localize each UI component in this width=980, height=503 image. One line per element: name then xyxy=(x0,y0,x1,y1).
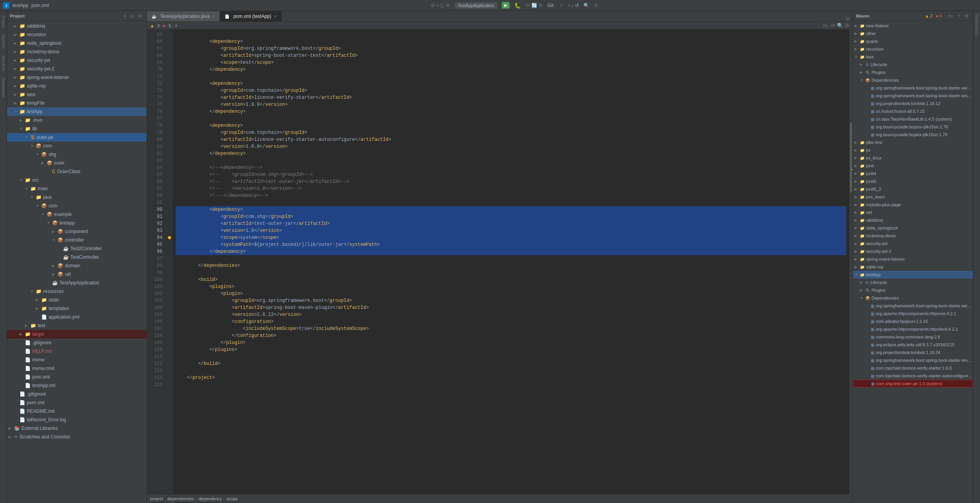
maven-tree-item[interactable]: ▦ org.bouncycastle:bcprov-jdk15on:1.70 xyxy=(853,123,973,131)
tree-item-outerclass[interactable]: C OuterClass xyxy=(7,167,147,176)
tree-item-src[interactable]: ▼ 📁 src xyxy=(7,176,147,184)
split-editor-btn[interactable]: ⧉ xyxy=(846,16,849,21)
tree-item-com2[interactable]: ▼ 📦 com xyxy=(7,202,147,210)
maven-tree-item[interactable]: ▼ 📦 Dependencies xyxy=(853,294,973,302)
maven-tree-item[interactable]: ▶ 📁 redis_springboot xyxy=(853,224,973,232)
maven-tree-item[interactable]: ▶ 📁 security-jwt-2 xyxy=(853,247,973,255)
maven-tree-item[interactable]: ▶ 📁 sqlite-mp xyxy=(853,263,973,271)
maven-tree-item[interactable]: ▶ 📁 mybatis-plus-page xyxy=(853,201,973,209)
maven-tree-item[interactable]: ▦ org.projectlombok:lombok:1.18.12 xyxy=(853,100,973,107)
scrollbar-thumb[interactable] xyxy=(850,123,852,192)
tree-item-rocketmq[interactable]: ▶ 📁 rocketmq-demo xyxy=(7,47,147,56)
tree-item-security-jwt-2[interactable]: ▶ 📁 security-jwt-2 xyxy=(7,65,147,73)
tree-item-root-gitignore[interactable]: 📄 .gitignore xyxy=(7,390,147,398)
tree-item-test2controller[interactable]: ☕ Test2Controller xyxy=(7,244,147,253)
tree-item-static[interactable]: ▶ 📁 static xyxy=(7,296,147,304)
maven-tree-item[interactable]: ▦ org.projectlombok:lombok:1.18.24 xyxy=(853,349,973,356)
tree-item-help-md[interactable]: 📄 HELP.md xyxy=(7,347,147,356)
breadcrumb-project[interactable]: project xyxy=(150,496,163,501)
code-editor[interactable]: <dependency> <groupId>org.springframewor… xyxy=(173,30,849,494)
tree-item-outer-jar[interactable]: ▼ 🗜 outer.jar xyxy=(7,133,147,142)
maven-tree-item[interactable]: ▶ 🔌 Plugins xyxy=(853,68,973,76)
tree-item-testappapplication[interactable]: ☕ TestAppApplication xyxy=(7,279,147,287)
maven-tree-item[interactable]: ▶ 📁 rabbitmq xyxy=(853,216,973,224)
maven-tree-item[interactable]: ▶ 📁 jni_linux xyxy=(853,154,973,162)
maven-tree-item[interactable]: ▶ 📁 new-feature xyxy=(853,22,973,30)
tree-item-redis[interactable]: ▶ 📁 redis_springboot xyxy=(7,39,147,47)
maven-tree-item[interactable]: ▶ 📁 quartz xyxy=(853,37,973,45)
maven-tree-item[interactable]: ▦ org.apache.httpcomponents:httpclient:4… xyxy=(853,325,973,333)
tree-item-gitignore[interactable]: 📄 .gitignore xyxy=(7,338,147,347)
search-btn[interactable]: 🔍 xyxy=(837,23,843,28)
maven-tree-item[interactable]: ▦ com.alibaba:fastjson:1.2.15 xyxy=(853,317,973,325)
maven-tree-item[interactable]: ▦ com.shg:test-outer-jar:1.0 (system) xyxy=(853,380,973,387)
maven-tree-item[interactable]: ▼ 📁 testApp xyxy=(853,271,973,279)
maven-tree-item[interactable]: ▦ org.bouncycastle:bcpkix-jdk15on:1.70 xyxy=(853,131,973,138)
maven-settings-btn[interactable]: ⚙ xyxy=(963,13,970,19)
maven-tree-item[interactable]: ▶ 📁 junit5_2 xyxy=(853,185,973,193)
maven-tree-item[interactable]: ▶ 📁 junit4 xyxy=(853,170,973,177)
tree-item-controller[interactable]: ▼ 📦 controller xyxy=(7,236,147,244)
locate-btn[interactable]: ◎ xyxy=(129,13,135,19)
tree-item-outer[interactable]: ▶ 📦 outer xyxy=(7,159,147,167)
maven-tree-item[interactable]: ▶ 📁 security-jwt xyxy=(853,240,973,247)
maven-tree-item[interactable]: ▶ 📁 jvm_learn xyxy=(853,193,973,201)
tree-item-tarecord[interactable]: 📄 taRecord_Error.log xyxy=(7,415,147,424)
search-icon[interactable]: 🔍 xyxy=(583,3,589,8)
maven-tree-item[interactable]: ▼ 📁 tass xyxy=(853,53,973,61)
maven-tree-item[interactable]: ▦ org.springframework.boot:spring-boot-s… xyxy=(853,84,973,92)
breadcrumb-scope[interactable]: scope xyxy=(227,496,238,501)
maven-tree-item[interactable]: ▦ org.springframework.boot:spring-boot-s… xyxy=(853,356,973,364)
structure-tab[interactable]: Structure xyxy=(0,52,6,74)
maven-tree-item[interactable]: ▶ ⚙ Lifecycle xyxy=(853,279,973,286)
tree-item-root-pom[interactable]: 📄 pom.xml xyxy=(7,398,147,407)
commit-tab[interactable]: Commit xyxy=(0,32,6,51)
close-tab-btn[interactable]: ✕ xyxy=(274,14,277,19)
maven-tree-item[interactable]: ▦ org.apache.httpcomponents:httpcore:4.2… xyxy=(853,310,973,317)
tree-item-external-libs[interactable]: ▶ 📚 External Libraries xyxy=(7,424,147,433)
tab-testappapplication[interactable]: ☕ TestAppApplication.java ✕ xyxy=(147,11,220,21)
run-button[interactable]: ▶ xyxy=(502,2,510,9)
tree-item-readme[interactable]: 📄 README.md xyxy=(7,407,147,415)
run-config-dropdown[interactable]: TestAppApplication xyxy=(455,2,498,9)
tree-item-rabbitmq[interactable]: ▶ 📁 rabbitmq xyxy=(7,22,147,30)
breadcrumb-dependencies[interactable]: dependencies xyxy=(168,496,194,501)
tree-item-testapp-iml[interactable]: 📄 testApp.iml xyxy=(7,381,147,390)
tree-item-scratches[interactable]: ▶ ✏ Scratches and Consoles xyxy=(7,433,147,441)
tree-item-spring-event[interactable]: ▶ 📁 spring-event-listener xyxy=(7,73,147,82)
bookmarks-tab[interactable]: Bookmarks xyxy=(0,75,6,100)
reformat-btn[interactable]: ⟳ xyxy=(831,23,835,28)
tree-item-java-folder[interactable]: ▼ 📁 java xyxy=(7,193,147,202)
tree-item-shg[interactable]: ▼ 📦 shg xyxy=(7,150,147,159)
maven-tree-item[interactable]: ▦ com.topchain:licence-verify-starter-au… xyxy=(853,372,973,380)
vertical-scrollbar[interactable] xyxy=(849,30,852,494)
settings-icon[interactable]: ⚙ xyxy=(594,3,598,8)
maven-add-btn[interactable]: + xyxy=(957,13,962,19)
tree-item-tass[interactable]: ▶ 📁 tass xyxy=(7,90,147,99)
settings-btn[interactable]: ⚙ xyxy=(137,13,143,19)
tree-item-test[interactable]: ▶ 📁 test xyxy=(7,321,147,330)
maven-tree-item[interactable]: ▦ org.springframework.boot:spring-boot-s… xyxy=(853,302,973,310)
maven-tree-item[interactable]: ▶ 📁 other xyxy=(853,30,973,37)
more-btn[interactable]: ⚙ xyxy=(845,23,849,28)
format-btn[interactable]: m↓ xyxy=(823,23,830,28)
maven-tree-item[interactable]: ▶ 📁 net xyxy=(853,209,973,216)
tree-item-testapp[interactable]: ▼ 📁 testApp xyxy=(7,107,147,116)
close-tab-btn[interactable]: ✕ xyxy=(212,14,215,19)
tree-item-tempfile[interactable]: ▶ 📁 tempFile xyxy=(7,99,147,107)
tree-item-component[interactable]: ▶ 📦 component xyxy=(7,227,147,236)
tree-item-lib[interactable]: ▼ 📁 lib xyxy=(7,124,147,133)
tree-item-resources[interactable]: ▼ 📁 resources xyxy=(7,287,147,296)
maven-tree-item[interactable]: ▶ 🔌 Plugins xyxy=(853,286,973,294)
maven-tree-item[interactable]: ▦ org.springframework.boot:spring-boot-s… xyxy=(853,92,973,100)
tree-item-templates[interactable]: ▶ 📁 templates xyxy=(7,304,147,313)
maven-tree-item[interactable]: ▶ 📁 jdbc-test xyxy=(853,138,973,146)
breadcrumb-dependency[interactable]: dependency xyxy=(199,496,222,501)
maven-tree-item[interactable]: ▶ 📁 spring-event-listener xyxy=(853,255,973,263)
tree-item-application-yml[interactable]: 📄 application.yml xyxy=(7,313,147,321)
debug-button[interactable]: 🐛 xyxy=(514,2,521,9)
tree-item-sqlite[interactable]: ▶ 📁 sqlite-mp xyxy=(7,82,147,90)
tree-item-mvnw-cmd[interactable]: 📄 mvnw.cmd xyxy=(7,364,147,373)
maven-tree-item[interactable]: ▦ cn.hutool:hutool-all:5.7.15 xyxy=(853,107,973,115)
tree-item-security-jwt[interactable]: ▶ 📁 security-jwt xyxy=(7,56,147,65)
